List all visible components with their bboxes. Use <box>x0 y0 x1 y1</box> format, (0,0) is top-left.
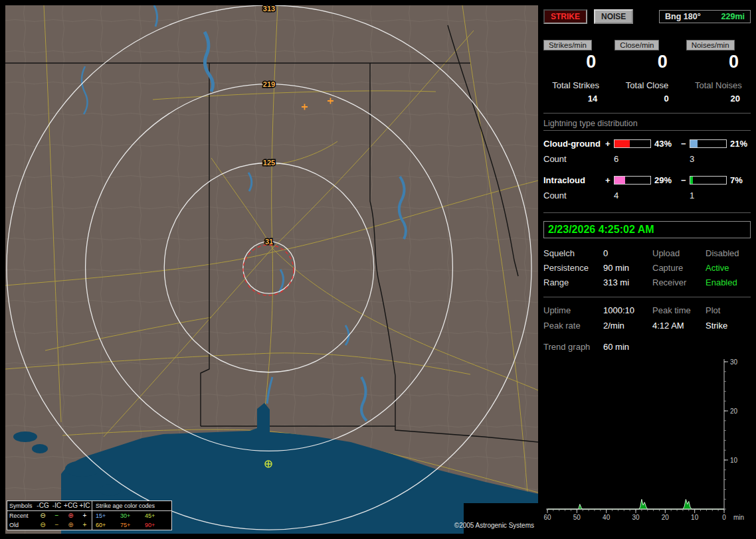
cg-plus-bar <box>614 139 651 148</box>
ic-plus-count: 4 <box>614 191 651 200</box>
bearing-value: Bng 180° <box>665 12 701 21</box>
lightning-map[interactable]: 31321912531 Symbols -CG -IC +CG <box>5 5 538 534</box>
age-45: 45+ <box>145 511 169 520</box>
age-90: 90+ <box>145 520 169 530</box>
upload-value: Disabled <box>706 248 751 258</box>
peak-time-label: Peak time <box>652 305 706 315</box>
cg-plus-count: 6 <box>614 154 651 164</box>
uptime-label: Uptime <box>543 305 603 315</box>
distribution-heading: Lightning type distribution <box>543 119 751 131</box>
plot-value: Strike <box>706 321 751 331</box>
ic-plus-pct: 29% <box>651 175 681 185</box>
intracloud-row: Intracloud + 29% − 7% <box>543 172 751 188</box>
cloud-ground-strike-icon <box>265 461 272 467</box>
svg-text:min: min <box>733 514 744 521</box>
ic-minus-count: 1 <box>690 191 727 200</box>
copyright-text: ©2005 Astrogenic Systems <box>454 522 534 529</box>
divider <box>543 297 751 297</box>
legend-row-recent: Recent <box>9 511 36 520</box>
strikes-per-min-label: Strikes/min <box>543 40 592 50</box>
svg-text:20: 20 <box>662 514 670 521</box>
cg-minus-count: 3 <box>690 154 727 164</box>
minus-sign: − <box>681 139 690 149</box>
age-60: 60+ <box>96 520 120 530</box>
svg-text:10: 10 <box>691 514 699 521</box>
svg-text:50: 50 <box>573 514 581 521</box>
legend-col-pos-ic: +IC <box>78 501 92 510</box>
total-noises-value: 20 <box>686 94 751 104</box>
uptime-value: 1000:10 <box>603 305 652 315</box>
datetime-display: 2/23/2026 4:25:02 AM <box>543 221 751 238</box>
strike-mode-button[interactable]: STRIKE <box>543 9 587 24</box>
total-strikes-value: 14 <box>543 94 608 104</box>
neg-ic-old-icon: − <box>50 520 64 530</box>
status-panel: STRIKE NOISE Bng 180° 229mi Strikes/min … <box>543 5 751 534</box>
ic-minus-bar <box>690 176 727 185</box>
close-per-min-value: 0 <box>614 52 679 72</box>
svg-text:30: 30 <box>730 358 738 366</box>
persistence-label: Persistence <box>543 263 603 273</box>
upload-label: Upload <box>652 248 706 258</box>
peak-rate-value: 2/min <box>603 321 652 331</box>
total-close-value: 0 <box>614 94 679 104</box>
svg-text:125: 125 <box>263 159 275 167</box>
peak-rate-label: Peak rate <box>543 321 603 331</box>
legend-age-header: Strike age color codes <box>96 501 169 510</box>
cloud-ground-count-row: Count 6 3 <box>543 151 751 167</box>
svg-text:30: 30 <box>632 514 640 521</box>
squelch-value: 0 <box>603 248 652 258</box>
svg-text:60: 60 <box>543 514 551 521</box>
range-label: Range <box>543 277 603 287</box>
neg-ic-recent-icon: − <box>50 511 64 520</box>
minus-sign: − <box>681 175 690 185</box>
legend-symbols-header: Symbols <box>9 501 36 510</box>
svg-text:20: 20 <box>730 408 738 415</box>
strikes-per-min-value: 0 <box>543 52 608 72</box>
age-15: 15+ <box>96 511 120 520</box>
cg-minus-bar-fill <box>690 140 698 147</box>
svg-text:0: 0 <box>722 514 726 521</box>
total-close-label: Total Close <box>614 80 679 90</box>
noise-mode-button[interactable]: NOISE <box>594 9 633 24</box>
cg-minus-pct: 21% <box>727 139 751 149</box>
trend-graph: 1020306050403020100min <box>543 355 748 522</box>
legend-row-old: Old <box>9 520 36 530</box>
noises-per-min-value: 0 <box>686 52 751 72</box>
close-per-min-label: Close/min <box>614 40 659 50</box>
persistence-value: 90 min <box>603 263 652 273</box>
plus-sign: + <box>605 175 614 185</box>
pos-ic-old-icon: + <box>78 520 92 530</box>
total-noises-label: Total Noises <box>686 80 751 90</box>
svg-text:10: 10 <box>730 457 738 464</box>
ic-minus-bar-fill <box>690 177 693 184</box>
trend-graph-value: 60 min <box>603 342 751 352</box>
plot-label: Plot <box>706 305 751 315</box>
cg-plus-bar-fill <box>614 140 630 147</box>
ic-minus-pct: 7% <box>727 175 751 185</box>
count-label: Count <box>543 154 605 164</box>
svg-text:313: 313 <box>263 5 275 13</box>
divider <box>543 113 751 114</box>
neg-cg-recent-icon: ⊖ <box>36 511 50 520</box>
map-canvas: 31321912531 <box>5 5 538 534</box>
cloud-ground-label: Cloud-ground <box>543 139 605 149</box>
pos-ic-recent-icon: + <box>78 511 92 520</box>
pos-cg-recent-icon: ⊕ <box>64 511 78 520</box>
svg-text:31: 31 <box>265 238 273 246</box>
copyright-backdrop <box>464 503 538 534</box>
legend-col-neg-cg: -CG <box>36 501 50 510</box>
cg-plus-pct: 43% <box>651 139 681 149</box>
receiver-label: Receiver <box>652 277 706 287</box>
receiver-value: Enabled <box>706 277 751 287</box>
cloud-ground-row: Cloud-ground + 43% − 21% <box>543 135 751 151</box>
bearing-distance: 229mi <box>721 12 745 21</box>
squelch-label: Squelch <box>543 248 603 258</box>
map-legend: Symbols -CG -IC +CG +IC Strike age color… <box>7 501 172 530</box>
plus-sign: + <box>605 139 614 149</box>
neg-cg-old-icon: ⊖ <box>36 520 50 530</box>
svg-text:40: 40 <box>603 514 611 521</box>
svg-text:219: 219 <box>263 80 275 88</box>
total-strikes-label: Total Strikes <box>543 80 608 90</box>
capture-label: Capture <box>652 263 706 273</box>
capture-value: Active <box>706 263 751 273</box>
